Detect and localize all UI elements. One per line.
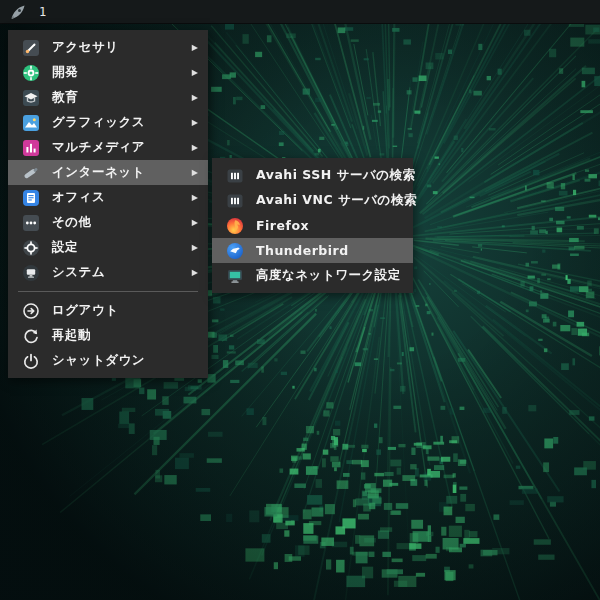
submenu-item-label: Thunderbird [256, 243, 349, 258]
remote-terminal-icon [226, 167, 244, 185]
submenu-arrow-icon: ▶ [192, 94, 200, 102]
submenu-item-avahi-vnc[interactable]: Avahi VNC サーバの検索 [212, 188, 413, 213]
menu-item-label: グラフィックス [52, 114, 145, 131]
menu-item-label: システム [52, 264, 105, 281]
submenu-arrow-icon: ▶ [192, 194, 200, 202]
internet-submenu: Avahi SSH サーバの検索 Avahi VNC サーバの検索 Firefo… [212, 158, 413, 293]
menu-item-label: その他 [52, 214, 92, 231]
thunderbird-icon [226, 242, 244, 260]
development-icon [22, 64, 40, 82]
firefox-icon [226, 217, 244, 235]
menu-item-logout[interactable]: ログアウト [8, 298, 208, 323]
menu-separator [18, 291, 198, 292]
menu-item-shutdown[interactable]: シャットダウン [8, 348, 208, 373]
menu-item-label: 開発 [52, 64, 78, 81]
submenu-item-label: 高度なネットワーク設定 [256, 267, 401, 284]
restart-icon [22, 327, 40, 345]
menu-item-internet[interactable]: インターネット ▶ [8, 160, 208, 185]
submenu-arrow-icon: ▶ [192, 219, 200, 227]
submenu-arrow-icon: ▶ [192, 244, 200, 252]
submenu-item-firefox[interactable]: Firefox [212, 213, 413, 238]
submenu-item-label: Avahi VNC サーバの検索 [256, 192, 417, 209]
submenu-item-label: Firefox [256, 218, 309, 233]
menu-item-label: インターネット [52, 164, 145, 181]
workspace-indicator[interactable]: 1 [39, 0, 46, 24]
menu-item-restart[interactable]: 再起動 [8, 323, 208, 348]
menu-item-label: ログアウト [52, 302, 118, 319]
submenu-item-network-settings[interactable]: 高度なネットワーク設定 [212, 263, 413, 288]
menu-item-multimedia[interactable]: マルチメディア ▶ [8, 135, 208, 160]
submenu-arrow-icon: ▶ [192, 119, 200, 127]
menu-item-other[interactable]: その他 ▶ [8, 210, 208, 235]
other-icon [22, 214, 40, 232]
menu-item-accessories[interactable]: アクセサリ ▶ [8, 35, 208, 60]
submenu-arrow-icon: ▶ [192, 69, 200, 77]
submenu-item-avahi-ssh[interactable]: Avahi SSH サーバの検索 [212, 163, 413, 188]
submenu-arrow-icon: ▶ [192, 44, 200, 52]
education-icon [22, 89, 40, 107]
menu-item-education[interactable]: 教育 ▶ [8, 85, 208, 110]
menu-item-label: 教育 [52, 89, 78, 106]
top-panel: 1 [0, 0, 600, 24]
multimedia-icon [22, 139, 40, 157]
office-icon [22, 189, 40, 207]
submenu-item-label: Avahi SSH サーバの検索 [256, 167, 415, 184]
launcher-rocket-icon[interactable] [9, 3, 27, 21]
network-settings-icon [226, 267, 244, 285]
internet-icon [22, 164, 40, 182]
menu-item-label: アクセサリ [52, 39, 118, 56]
menu-item-system[interactable]: システム ▶ [8, 260, 208, 285]
remote-desktop-icon [226, 192, 244, 210]
menu-item-label: マルチメディア [52, 139, 145, 156]
submenu-arrow-icon: ▶ [192, 144, 200, 152]
submenu-arrow-icon: ▶ [192, 169, 200, 177]
settings-icon [22, 239, 40, 257]
system-icon [22, 264, 40, 282]
logout-icon [22, 302, 40, 320]
menu-item-settings[interactable]: 設定 ▶ [8, 235, 208, 260]
menu-item-development[interactable]: 開発 ▶ [8, 60, 208, 85]
graphics-icon [22, 114, 40, 132]
applications-menu: アクセサリ ▶ 開発 ▶ 教育 ▶ グラフィックス ▶ マルチメディア ▶ イン… [8, 30, 208, 378]
submenu-arrow-icon: ▶ [192, 269, 200, 277]
menu-item-label: 設定 [52, 239, 78, 256]
menu-item-label: 再起動 [52, 327, 91, 344]
submenu-item-thunderbird[interactable]: Thunderbird [212, 238, 413, 263]
menu-item-graphics[interactable]: グラフィックス ▶ [8, 110, 208, 135]
menu-item-office[interactable]: オフィス ▶ [8, 185, 208, 210]
accessories-icon [22, 39, 40, 57]
menu-item-label: オフィス [52, 189, 105, 206]
menu-item-label: シャットダウン [52, 352, 145, 369]
shutdown-icon [22, 352, 40, 370]
